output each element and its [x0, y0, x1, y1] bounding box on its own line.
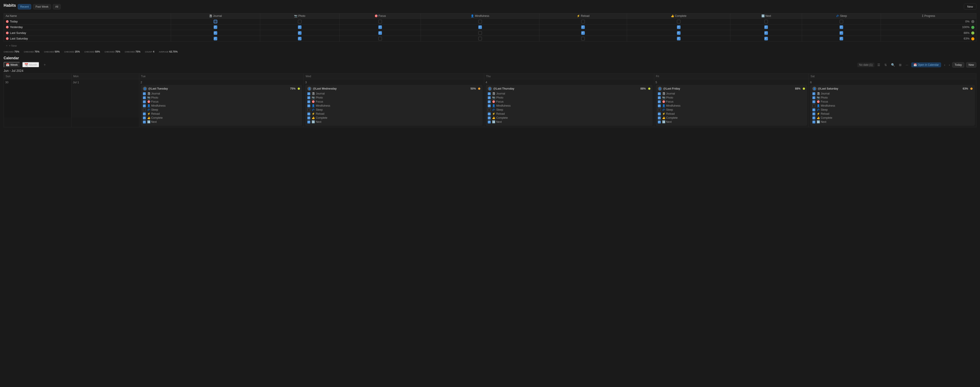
- habit-row-item[interactable]: 🔢 Next: [143, 120, 300, 124]
- cell-photo[interactable]: [260, 24, 339, 30]
- habit-row-item[interactable]: 🔢 Next: [307, 120, 480, 124]
- cell-focus[interactable]: [339, 19, 421, 24]
- habit-row-item[interactable]: ⚡ Reload: [307, 112, 480, 116]
- habit-checkbox[interactable]: [307, 116, 310, 119]
- habits-new-btn[interactable]: New: [964, 3, 977, 10]
- habit-checkbox[interactable]: [307, 96, 310, 99]
- habit-checkbox[interactable]: [812, 96, 815, 99]
- habit-row-item[interactable]: 💤 Sleep: [488, 108, 650, 112]
- habit-row-item[interactable]: 📓 Journal: [307, 92, 480, 96]
- habit-row-item[interactable]: 📓 Journal: [143, 92, 300, 96]
- habit-checkbox[interactable]: [812, 113, 815, 116]
- habit-row-item[interactable]: ⚡ Reload: [488, 112, 650, 116]
- habit-row-item[interactable]: 📓 Journal: [812, 92, 973, 96]
- prev-nav-btn[interactable]: ‹: [943, 63, 947, 67]
- habit-row-item[interactable]: 🔢 Next: [812, 120, 973, 124]
- checkbox-checked[interactable]: [298, 25, 302, 29]
- habit-checkbox[interactable]: [307, 113, 310, 116]
- habit-checkbox[interactable]: [307, 121, 310, 124]
- habit-checkbox[interactable]: [488, 113, 491, 116]
- habit-checkbox[interactable]: [658, 92, 661, 95]
- checkbox-checked[interactable]: [478, 25, 482, 29]
- checkbox-checked[interactable]: [214, 25, 217, 29]
- cell-next[interactable]: [730, 36, 802, 41]
- habit-checkbox[interactable]: [488, 92, 491, 95]
- checkbox-checked[interactable]: [764, 25, 768, 29]
- habit-checkbox[interactable]: [307, 92, 310, 95]
- cell-complete[interactable]: [627, 19, 730, 24]
- habit-checkbox[interactable]: [658, 121, 661, 124]
- cell-journal[interactable]: [171, 36, 260, 41]
- cell-photo[interactable]: [260, 19, 339, 24]
- habit-checkbox[interactable]: [143, 121, 146, 124]
- cell-complete[interactable]: [627, 30, 730, 36]
- habit-checkbox[interactable]: [658, 100, 661, 103]
- habit-checkbox[interactable]: [658, 113, 661, 116]
- filter-icon-btn[interactable]: ☰: [876, 62, 881, 67]
- cell-mindfulness[interactable]: [421, 36, 539, 41]
- cell-reload[interactable]: [539, 30, 627, 36]
- cell-reload[interactable]: [539, 36, 627, 41]
- cell-sleep[interactable]: [802, 36, 881, 41]
- habit-checkbox[interactable]: [488, 108, 491, 111]
- past-week-btn[interactable]: Past Week: [33, 4, 51, 10]
- cal-new-btn[interactable]: New: [966, 62, 977, 68]
- checkbox-checked[interactable]: [214, 31, 217, 35]
- checkbox-checked[interactable]: [298, 31, 302, 35]
- cell-sleep[interactable]: [802, 24, 881, 30]
- today-btn[interactable]: Today: [952, 62, 964, 68]
- habit-checkbox[interactable]: [812, 116, 815, 119]
- habit-row-item[interactable]: ⚡ Reload: [658, 112, 805, 116]
- checkbox-unchecked[interactable]: [478, 31, 482, 35]
- month-tab[interactable]: 📆 Month: [22, 62, 39, 68]
- checkbox-checked[interactable]: [214, 37, 217, 40]
- checkbox-highlight[interactable]: [214, 20, 217, 23]
- checkbox-unchecked[interactable]: [581, 37, 585, 40]
- habit-row-item[interactable]: 🎯 Focus: [143, 100, 300, 104]
- habit-checkbox[interactable]: [143, 100, 146, 103]
- habit-row-item[interactable]: 📷 Photo: [143, 96, 300, 100]
- habit-checkbox[interactable]: [307, 100, 310, 103]
- habit-checkbox[interactable]: [143, 96, 146, 99]
- habit-row-item[interactable]: 📷 Photo: [812, 96, 973, 100]
- checkbox-checked[interactable]: [840, 25, 843, 29]
- search-icon-btn[interactable]: 🔍: [890, 62, 896, 67]
- cell-journal[interactable]: [171, 30, 260, 36]
- cell-photo[interactable]: [260, 30, 339, 36]
- habit-checkbox[interactable]: [488, 96, 491, 99]
- cell-focus[interactable]: [339, 36, 421, 41]
- habit-row-item[interactable]: 👤 Mindfulness: [307, 104, 480, 108]
- checkbox-unchecked[interactable]: [298, 20, 302, 23]
- habit-checkbox[interactable]: [812, 105, 815, 107]
- week-tab[interactable]: 📅 Week: [3, 62, 20, 68]
- checkbox-unchecked[interactable]: [478, 20, 482, 23]
- checkbox-checked[interactable]: [677, 31, 681, 35]
- habit-row-item[interactable]: 🔢 Next: [488, 120, 650, 124]
- cell-journal[interactable]: [171, 19, 260, 24]
- habit-row-item[interactable]: 💤 Sleep: [658, 108, 805, 112]
- cell-next[interactable]: [730, 19, 802, 24]
- habit-row-item[interactable]: 📷 Photo: [488, 96, 650, 100]
- habit-row-item[interactable]: 👍 Complete: [658, 116, 805, 120]
- habit-checkbox[interactable]: [658, 108, 661, 111]
- day-card[interactable]: 👤@Last Thursday88%📓 Journal📷 Photo🎯 Focu…: [485, 85, 652, 126]
- habit-checkbox[interactable]: [143, 105, 146, 107]
- cell-mindfulness[interactable]: [421, 19, 539, 24]
- all-btn[interactable]: All: [53, 4, 60, 10]
- checkbox-unchecked[interactable]: [840, 20, 843, 23]
- checkbox-checked[interactable]: [581, 25, 585, 29]
- habit-row-item[interactable]: 👍 Complete: [307, 116, 480, 120]
- checkbox-checked[interactable]: [378, 31, 382, 35]
- checkbox-unchecked[interactable]: [677, 20, 681, 23]
- cell-mindfulness[interactable]: [421, 30, 539, 36]
- new-row-btn[interactable]: ＋ + New: [3, 43, 977, 49]
- checkbox-checked[interactable]: [677, 37, 681, 40]
- habit-row-item[interactable]: 👤 Mindfulness: [812, 104, 973, 108]
- habit-row-item[interactable]: 👤 Mindfulness: [658, 104, 805, 108]
- sort-icon-btn[interactable]: ⇅: [883, 62, 888, 67]
- habit-row-item[interactable]: 📓 Journal: [488, 92, 650, 96]
- cell-sleep[interactable]: [802, 19, 881, 24]
- cell-next[interactable]: [730, 30, 802, 36]
- habit-checkbox[interactable]: [488, 100, 491, 103]
- habit-row-item[interactable]: 👤 Mindfulness: [488, 104, 650, 108]
